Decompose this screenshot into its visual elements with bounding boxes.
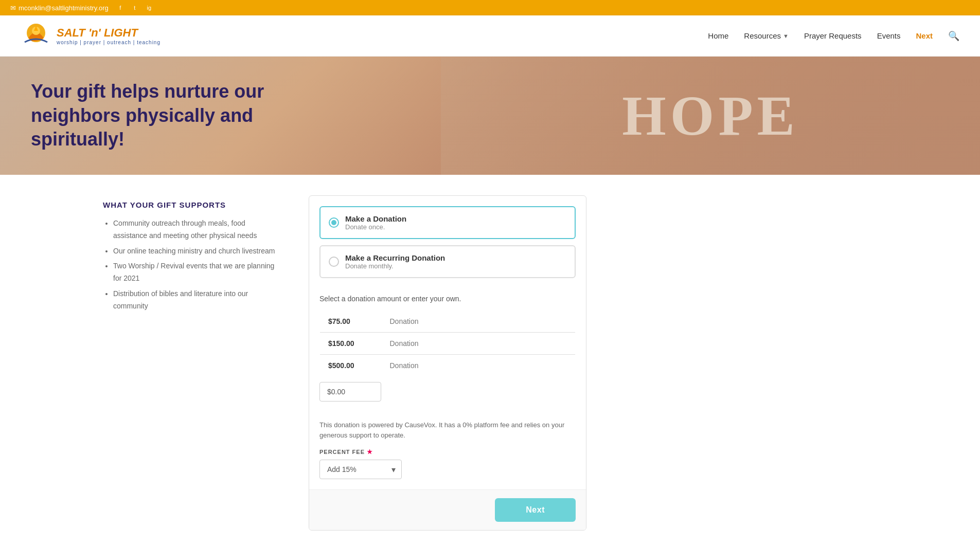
list-item: Community outreach through meals, food a… xyxy=(113,217,278,242)
custom-amount-row xyxy=(319,377,576,402)
list-item: Our online teaching ministry and church … xyxy=(113,245,278,258)
donation-options: Make a Donation Donate once. Make a Recu… xyxy=(309,196,586,295)
hope-word: HOPE xyxy=(622,83,799,149)
nav-donate[interactable]: Next xyxy=(916,31,933,40)
amount-150[interactable]: $150.00 xyxy=(320,333,382,355)
nav-prayer-requests[interactable]: Prayer Requests xyxy=(804,31,862,40)
facebook-icon[interactable]: f xyxy=(116,3,125,12)
nav-resources[interactable]: Resources ▼ xyxy=(744,31,789,40)
amount-section: Select a donation amount or enter your o… xyxy=(309,295,586,412)
left-panel: WHAT YOUR GIFT SUPPORTS Community outrea… xyxy=(103,195,278,316)
nav-home[interactable]: Home xyxy=(708,31,728,40)
next-button[interactable]: Next xyxy=(495,498,576,522)
donate-once-title: Make a Donation xyxy=(345,214,406,223)
table-row[interactable]: $75.00 Donation xyxy=(320,311,576,333)
donate-recurring-option[interactable]: Make a Recurring Donation Donate monthly… xyxy=(319,245,576,278)
supports-section-title: WHAT YOUR GIFT SUPPORTS xyxy=(103,200,278,209)
email-icon: ✉ xyxy=(10,4,16,12)
hero-content: Your gift helps nurture our neighbors ph… xyxy=(0,64,329,167)
percent-fee-select[interactable]: Add 15% Add 10% Add 5% No fee xyxy=(319,460,402,479)
nav-links: Home Resources ▼ Prayer Requests Events … xyxy=(708,30,959,42)
email-contact: ✉ mconklin@saltlightministry.org xyxy=(10,4,109,12)
social-links: f t ig xyxy=(116,3,154,12)
supports-list: Community outreach through meals, food a… xyxy=(103,217,278,313)
logo-text: SALT 'n' LIGHT worship | prayer | outrea… xyxy=(57,26,161,45)
hero-image: HOPE xyxy=(441,57,980,175)
nav-events[interactable]: Events xyxy=(877,31,901,40)
powered-text: This donation is powered by CauseVox. It… xyxy=(319,421,564,439)
donate-recurring-title: Make a Recurring Donation xyxy=(345,253,445,262)
form-footer: Next xyxy=(309,489,586,530)
logo-title: SALT 'n' LIGHT xyxy=(57,26,161,40)
email-address: mconklin@saltlightministry.org xyxy=(19,4,109,12)
logo[interactable]: SALT 'n' LIGHT worship | prayer | outrea… xyxy=(21,22,161,50)
search-icon[interactable]: 🔍 xyxy=(948,30,959,42)
list-item: Two Worship / Revival events that we are… xyxy=(113,260,278,285)
donate-recurring-radio[interactable] xyxy=(329,257,339,267)
donate-recurring-subtitle: Donate monthly. xyxy=(345,262,445,270)
logo-icon xyxy=(21,22,51,50)
percent-fee-section: PERCENT FEE ★ Add 15% Add 10% Add 5% No … xyxy=(309,448,586,489)
amount-instruction: Select a donation amount or enter your o… xyxy=(319,295,576,303)
chevron-icon: ▼ xyxy=(783,33,789,39)
donate-once-subtitle: Donate once. xyxy=(345,223,406,231)
amount-150-label: Donation xyxy=(382,333,576,355)
donate-once-radio[interactable] xyxy=(329,217,339,228)
table-row[interactable]: $150.00 Donation xyxy=(320,333,576,355)
powered-section: This donation is powered by CauseVox. It… xyxy=(309,412,586,448)
instagram-icon[interactable]: ig xyxy=(145,3,154,12)
twitter-icon[interactable]: t xyxy=(130,3,139,12)
table-row[interactable]: $500.00 Donation xyxy=(320,355,576,377)
amount-75-label: Donation xyxy=(382,311,576,333)
hero-section: HOPE Your gift helps nurture our neighbo… xyxy=(0,57,980,175)
logo-subtitle: worship | prayer | outreach | teaching xyxy=(57,40,161,45)
donation-form: Make a Donation Donate once. Make a Recu… xyxy=(309,195,586,531)
list-item: Distribution of bibles and literature in… xyxy=(113,288,278,313)
amount-75[interactable]: $75.00 xyxy=(320,311,382,333)
donate-once-option[interactable]: Make a Donation Donate once. xyxy=(319,206,576,239)
amount-500[interactable]: $500.00 xyxy=(320,355,382,377)
amount-table: $75.00 Donation $150.00 Donation $500.00… xyxy=(319,310,576,377)
percent-fee-label: PERCENT FEE ★ xyxy=(319,448,576,455)
percent-fee-select-wrapper: Add 15% Add 10% Add 5% No fee xyxy=(319,460,402,479)
main-nav: SALT 'n' LIGHT worship | prayer | outrea… xyxy=(0,15,980,57)
custom-amount-input[interactable] xyxy=(319,382,381,402)
amount-500-label: Donation xyxy=(382,355,576,377)
top-bar: ✉ mconklin@saltlightministry.org f t ig xyxy=(0,0,980,15)
hero-title: Your gift helps nurture our neighbors ph… xyxy=(31,80,298,152)
main-content: WHAT YOUR GIFT SUPPORTS Community outrea… xyxy=(0,175,980,547)
required-star: ★ xyxy=(367,448,373,455)
